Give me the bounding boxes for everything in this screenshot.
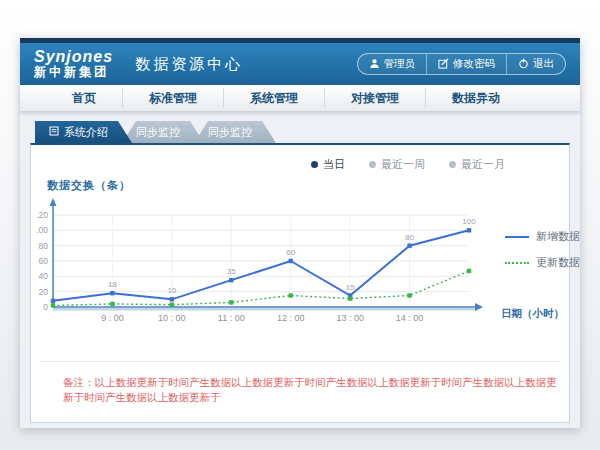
data-exchange-chart: 0204060801001209 : 0010 : 0011 : 0012 : …	[37, 195, 493, 345]
filter-last-month-label: 最近一月	[461, 157, 505, 172]
tab-bar: 系统介绍 同步监控 同步监控	[35, 121, 570, 143]
time-filter-group: 当日 最近一周 最近一月	[31, 145, 569, 172]
app-window: Synjones 新中新集团 数据资源中心 管理员 修改密码	[20, 38, 580, 428]
user-icon	[369, 58, 380, 71]
footnote: 备注：以上数据更新于时间产生数据以上数据更新于时间产生数据以上数据更新于时间产生…	[63, 375, 557, 404]
nav-item-interface-mgmt[interactable]: 对接管理	[324, 88, 425, 108]
admin-user-label: 管理员	[384, 57, 416, 71]
logout-label: 退出	[533, 57, 554, 71]
legend-new-data: 新增数据	[505, 229, 580, 244]
x-axis-title: 日期（小时）	[501, 307, 564, 321]
logo-text-en: Synjones	[34, 49, 113, 66]
svg-text:15: 15	[346, 283, 355, 292]
y-axis-title: 数据交换（条）	[47, 178, 569, 193]
svg-text:10 : 00: 10 : 00	[158, 313, 186, 323]
filter-today[interactable]: 当日	[311, 157, 345, 172]
logout-button[interactable]: 退出	[506, 54, 565, 74]
filter-today-label: 当日	[323, 157, 345, 172]
note-divider	[41, 361, 559, 362]
nav-item-home[interactable]: 首页	[46, 88, 122, 108]
svg-text:100: 100	[37, 225, 48, 235]
svg-text:120: 120	[37, 210, 48, 220]
legend-updated-data-label: 更新数据	[536, 255, 580, 270]
svg-text:13 : 00: 13 : 00	[336, 313, 364, 323]
legend-updated-data: 更新数据	[505, 255, 580, 270]
document-icon	[49, 121, 59, 143]
chart-panel: 当日 最近一周 最近一月 数据交换（条） 0204060801001209 : …	[30, 143, 570, 423]
app-title: 数据资源中心	[135, 55, 243, 74]
legend-new-data-label: 新增数据	[536, 229, 580, 244]
nav-item-data-change[interactable]: 数据异动	[425, 88, 526, 108]
radio-icon	[369, 161, 376, 168]
svg-text:9 : 00: 9 : 00	[101, 313, 124, 323]
tab-system-intro-label: 系统介绍	[64, 121, 108, 143]
nav-item-system-mgmt[interactable]: 系统管理	[223, 88, 324, 108]
filter-last-week[interactable]: 最近一周	[369, 157, 425, 172]
change-password-label: 修改密码	[453, 57, 495, 71]
main-nav: 首页 标准管理 系统管理 对接管理 数据异动	[20, 85, 580, 112]
filter-last-month[interactable]: 最近一月	[449, 157, 505, 172]
svg-text:0: 0	[43, 302, 48, 312]
power-icon	[518, 58, 529, 71]
dotted-line-swatch	[505, 262, 529, 264]
app-header: Synjones 新中新集团 数据资源中心 管理员 修改密码	[20, 43, 580, 85]
chart-area: 0204060801001209 : 0010 : 0011 : 0012 : …	[31, 195, 569, 347]
tab-sync-monitor-1[interactable]: 同步监控	[122, 121, 204, 143]
tab-sync-monitor-2[interactable]: 同步监控	[194, 121, 276, 143]
edit-icon	[438, 58, 449, 71]
footnote-text: 以上数据更新于时间产生数据以上数据更新于时间产生数据以上数据更新于时间产生数据以…	[63, 376, 557, 403]
svg-text:100: 100	[462, 217, 476, 226]
user-controls: 管理员 修改密码 退出	[357, 53, 567, 75]
svg-text:80: 80	[39, 241, 49, 251]
svg-text:60: 60	[39, 256, 49, 266]
svg-text:14 : 00: 14 : 00	[396, 313, 424, 323]
nav-item-standard-mgmt[interactable]: 标准管理	[122, 88, 223, 108]
svg-text:10: 10	[167, 286, 176, 295]
svg-text:12 : 00: 12 : 00	[277, 313, 305, 323]
svg-text:35: 35	[227, 267, 236, 276]
company-logo: Synjones 新中新集团	[34, 49, 113, 79]
svg-text:20: 20	[39, 287, 49, 297]
svg-text:60: 60	[286, 248, 295, 257]
footnote-label: 备注：	[63, 376, 95, 388]
svg-text:18: 18	[108, 280, 117, 289]
chart-legend: 新增数据 更新数据	[505, 229, 580, 270]
svg-text:11 : 00: 11 : 00	[218, 313, 245, 323]
radio-selected-icon	[311, 161, 318, 168]
change-password-button[interactable]: 修改密码	[426, 54, 506, 74]
logo-text-cn: 新中新集团	[34, 66, 113, 79]
content-area: 系统介绍 同步监控 同步监控 当日 最近一周	[20, 112, 580, 423]
filter-last-week-label: 最近一周	[381, 157, 425, 172]
svg-text:40: 40	[39, 271, 49, 281]
solid-line-swatch	[505, 236, 529, 238]
admin-user-button[interactable]: 管理员	[358, 54, 427, 74]
page-background: Synjones 新中新集团 数据资源中心 管理员 修改密码	[0, 0, 600, 450]
radio-icon	[449, 161, 456, 168]
tab-sync-monitor-2-label: 同步监控	[208, 121, 252, 143]
svg-text:80: 80	[405, 233, 414, 242]
tab-system-intro[interactable]: 系统介绍	[35, 121, 132, 143]
tab-sync-monitor-1-label: 同步监控	[136, 121, 180, 143]
